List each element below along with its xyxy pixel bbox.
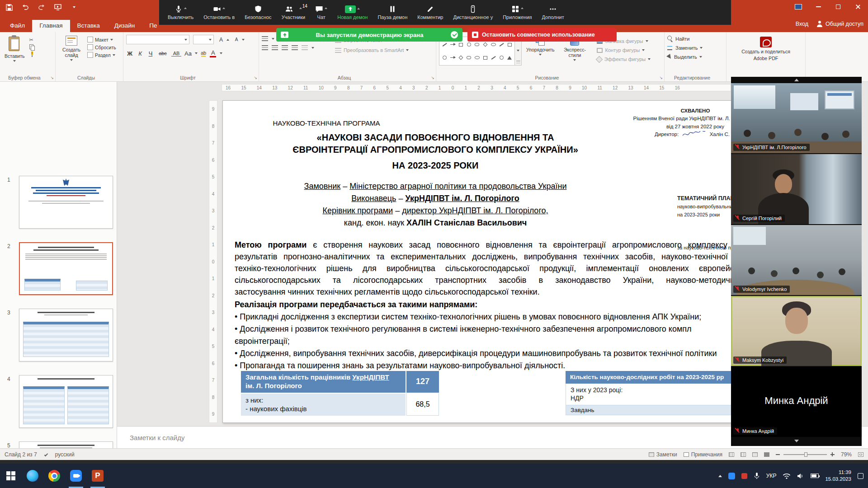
clock[interactable]: 11:39 15.03.2023 — [825, 469, 851, 483]
shape-effects-button[interactable]: Эффекты фигуры — [597, 56, 651, 62]
tab-design[interactable]: Дизайн — [107, 20, 142, 32]
fit-slide-icon[interactable] — [858, 452, 863, 457]
shape-line2-icon[interactable] — [499, 43, 504, 47]
slide-thumbnail-2-selected[interactable] — [19, 242, 113, 295]
paste-button[interactable]: Вставить — [3, 35, 27, 73]
font-color-button[interactable]: А — [209, 49, 217, 57]
taskbar-zoom-button[interactable] — [65, 464, 87, 488]
volume-icon[interactable] — [797, 473, 804, 479]
align-right-icon[interactable] — [282, 45, 288, 50]
replace-button[interactable]: Заменить — [667, 45, 723, 51]
customize-quick-access-icon[interactable] — [71, 4, 78, 11]
gallery-down-icon[interactable] — [517, 50, 519, 52]
underline-button[interactable]: Ч — [147, 50, 154, 57]
presentation-mode-icon[interactable] — [788, 0, 808, 14]
shape-donut-icon[interactable] — [500, 56, 504, 60]
start-button[interactable] — [0, 464, 22, 488]
tab-insert[interactable]: Вставка — [70, 20, 107, 32]
tab-file[interactable]: Файл — [3, 20, 32, 32]
slide-thumbnail-5[interactable] — [19, 441, 113, 448]
copy-icon[interactable] — [29, 44, 34, 50]
character-spacing-button[interactable]: АВ — [171, 51, 181, 56]
italic-button[interactable]: К — [137, 50, 144, 57]
chevron-up-icon[interactable] — [325, 7, 327, 9]
comments-toggle[interactable]: Примечания — [684, 451, 722, 458]
tray-zoom-icon[interactable] — [728, 473, 735, 479]
grow-font-button[interactable]: А — [217, 37, 229, 43]
wifi-icon[interactable] — [783, 473, 791, 479]
justify-icon[interactable] — [292, 45, 298, 50]
cut-icon[interactable]: ✂ — [29, 38, 35, 42]
shape-rectangle-icon[interactable] — [459, 43, 463, 47]
shape-plaque-icon[interactable] — [467, 56, 471, 59]
sign-in-link[interactable]: Вход — [796, 21, 808, 27]
tray-recording-icon[interactable] — [741, 473, 747, 479]
close-button[interactable] — [848, 0, 868, 14]
scroll-up-button[interactable] — [731, 77, 862, 83]
shape-square-icon[interactable] — [508, 43, 512, 47]
format-painter-icon[interactable] — [29, 52, 35, 57]
slide-thumbnail-3[interactable] — [19, 309, 113, 361]
slideshow-view-icon[interactable] — [764, 452, 769, 457]
columns-icon[interactable] — [302, 45, 308, 50]
bold-button[interactable]: Ж — [126, 50, 133, 57]
zoom-participants-button[interactable]: 14 Участники — [278, 3, 310, 22]
participant-video-active-speaker[interactable]: Maksym Kobzystyi — [731, 296, 862, 366]
smartart-button[interactable]: Преобразовать в SmartArt — [335, 47, 409, 53]
shape-oval-icon[interactable] — [467, 42, 471, 47]
change-case-button[interactable]: Аа — [184, 50, 192, 57]
find-button[interactable]: Найти — [667, 36, 723, 42]
shape-ellipse-icon[interactable] — [491, 43, 496, 46]
language-indicator[interactable]: русский — [55, 451, 75, 458]
zoom-security-button[interactable]: Безопаснос — [241, 3, 275, 22]
shape-diamond2-icon[interactable] — [458, 56, 463, 60]
tab-home[interactable]: Главная — [32, 20, 70, 32]
slide-sorter-view-icon[interactable] — [741, 452, 746, 457]
font-dialog-launcher-icon[interactable]: ↘ — [254, 75, 257, 80]
align-left-icon[interactable] — [262, 45, 268, 50]
shape-line-icon[interactable] — [442, 43, 447, 47]
drawing-dialog-launcher-icon[interactable]: ↘ — [659, 75, 663, 80]
minimize-button[interactable] — [808, 0, 828, 14]
section-button[interactable]: Раздел — [87, 52, 116, 58]
scroll-down-button[interactable] — [731, 438, 862, 444]
zoom-slider[interactable] — [783, 454, 827, 455]
layout-button[interactable]: Макет — [87, 37, 116, 42]
zoom-new-share-button[interactable]: Новая демон — [333, 4, 372, 22]
zoom-in-icon[interactable] — [830, 452, 835, 456]
gallery-more-icon[interactable] — [516, 61, 520, 64]
participant-video[interactable]: Минка Андрій Минка Андрій — [731, 367, 862, 437]
shrink-font-button[interactable]: А — [233, 37, 245, 42]
shape-triangle-icon[interactable] — [507, 56, 512, 60]
zoom-stop-video-button[interactable]: Остановить в — [199, 3, 239, 22]
taskbar-powerpoint-button[interactable]: P — [87, 464, 108, 488]
reset-button[interactable]: Сбросить — [87, 44, 116, 50]
shape-diamond-icon[interactable] — [483, 42, 487, 47]
participant-video[interactable]: Volodymyr Ivchenko — [731, 225, 862, 295]
slide-thumbnail-4[interactable] — [19, 375, 113, 428]
bullets-icon[interactable] — [262, 36, 268, 41]
chevron-up-icon[interactable] — [357, 8, 360, 9]
chevron-up-icon[interactable] — [299, 7, 302, 9]
participant-video[interactable]: УкрНДІПВТ ім. Л.Погорілого — [731, 83, 862, 153]
font-name-combo[interactable] — [126, 35, 189, 44]
action-center-icon[interactable] — [858, 473, 863, 479]
battery-icon[interactable] — [811, 474, 819, 478]
font-size-combo[interactable] — [193, 35, 214, 44]
shape-circle-icon[interactable] — [443, 56, 447, 60]
zoom-slider-knob[interactable] — [804, 452, 807, 457]
adobe-pdf-button[interactable]: Создать и поделиться Adobe PDF — [740, 35, 792, 73]
taskbar-edge-button[interactable] — [22, 464, 43, 488]
zoom-mute-button[interactable]: Выключить — [164, 3, 198, 22]
horizontal-ruler[interactable]: 16 15 14 13 12 11 10 9 8 7 6 5 4 3 2 1 0… — [222, 84, 731, 91]
stop-share-button[interactable]: Остановить совместное использование — [467, 28, 617, 42]
zoom-percentage[interactable]: 79% — [841, 451, 852, 458]
spellcheck-icon[interactable] — [44, 452, 47, 456]
save-icon[interactable] — [5, 4, 13, 11]
shape-arrow-icon[interactable] — [450, 44, 455, 45]
redo-icon[interactable] — [38, 4, 45, 11]
zoom-remote-control-button[interactable]: Дистанционное у — [449, 3, 497, 22]
zoom-annotate-button[interactable]: Комментир — [413, 3, 447, 22]
zoom-apps-button[interactable]: Приложения — [499, 3, 536, 22]
clipboard-dialog-launcher-icon[interactable]: ↘ — [50, 75, 54, 80]
